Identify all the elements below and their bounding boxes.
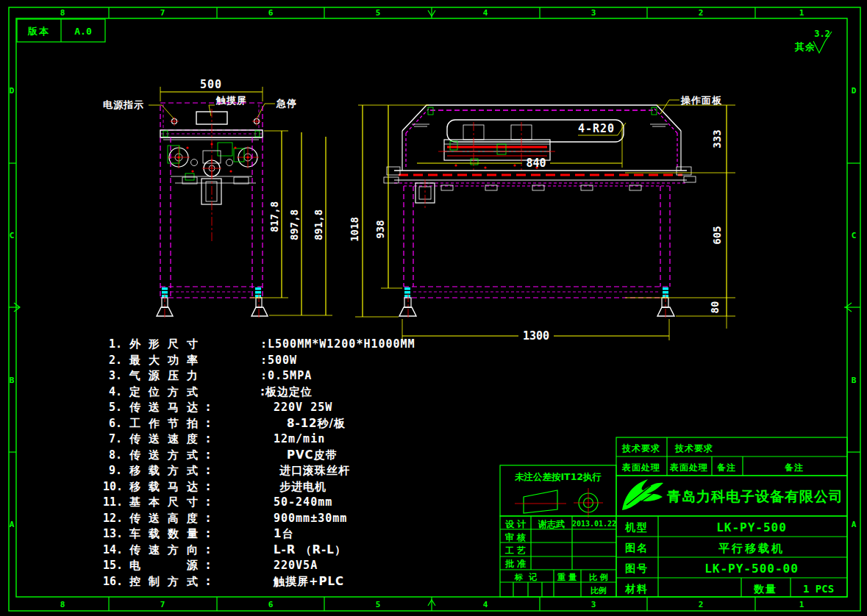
zone-left: C <box>10 231 15 240</box>
check-label: 审 核 <box>504 532 526 542</box>
dim-top: 333 <box>711 129 723 148</box>
zone-right: B <box>852 376 857 385</box>
cad-canvas: 8 7 6 5 4 3 2 1 8 7 6 5 4 3 2 1 D C B A … <box>0 0 867 616</box>
spec-value: 1台 <box>274 527 293 540</box>
zone-bottom: 2 <box>699 600 704 609</box>
spec-num: 14. <box>103 543 123 556</box>
version-box: 版本 A.0 <box>17 19 105 42</box>
spec-value: 步进电机 <box>279 480 327 493</box>
weight-label: 重 量 <box>557 573 577 582</box>
bottom-center-mark <box>428 597 435 611</box>
spec-num: 4. <box>109 385 122 398</box>
version-label: 版本 <box>27 26 50 37</box>
side-top-outline <box>402 105 681 131</box>
spec-label: 气源压力 <box>129 369 206 382</box>
front-view: 500 电源指示 触摸屏 急停 <box>103 78 332 319</box>
side-view: 4-R20 <box>349 95 735 343</box>
design-label: 设 计 <box>504 519 527 529</box>
spec-label: 外形尺寸 <box>129 337 206 351</box>
zone-right: A <box>852 520 857 529</box>
tech-req-label: 技术要求 <box>621 443 660 454</box>
drawing-name-value: 平行移载机 <box>718 542 785 555</box>
remark-value: 备注 <box>784 462 804 473</box>
spec-label: 电 源: <box>129 559 218 572</box>
front-frame <box>160 137 263 298</box>
spec-value: 8-12秒/板 <box>287 417 346 430</box>
company-logo <box>622 479 663 510</box>
zone-left: D <box>10 86 15 96</box>
dim-radius: 4-R20 <box>578 122 615 135</box>
dim-foot: 80 <box>709 301 721 314</box>
zone-bottom: 6 <box>268 600 274 609</box>
zone-right: D <box>852 86 857 96</box>
side-frame <box>404 186 670 298</box>
roughness-label: 其余 <box>794 41 816 52</box>
top-center-mark <box>428 7 435 18</box>
zone-bottom: 7 <box>160 600 165 609</box>
spec-value: L-R （R-L） <box>274 543 346 556</box>
tolerance-note: 未注公差按IT12执行 <box>514 471 602 482</box>
label-power-indicator: 电源指示 <box>103 99 144 110</box>
surface-label: 表面处理 <box>621 462 660 473</box>
spec-label: 基本尺寸: <box>129 495 218 509</box>
zone-top: 6 <box>268 8 274 18</box>
spec-label: 工作节拍: <box>129 417 218 430</box>
title-block: 技术要求 技术要求 表面处理 表面处理 备注 备注 未注公差按IT12执行 青岛… <box>500 437 847 597</box>
side-motor <box>415 179 435 209</box>
tech-req-value: 技术要求 <box>674 443 713 454</box>
material-label: 材料 <box>624 583 649 595</box>
spec-label: 最大功率 <box>129 354 206 367</box>
spec-label: 传送高度: <box>129 512 218 525</box>
zone-top: 2 <box>699 8 704 18</box>
dim-height-frame: 938 <box>374 220 386 238</box>
spec-value: 进口滚珠丝杆 <box>279 464 350 477</box>
spec-num: 3. <box>109 369 122 382</box>
side-left-dims: 1018 938 <box>349 105 429 317</box>
spec-value: 触摸屏+PLC <box>273 575 344 588</box>
spec-label: 传速方向: <box>129 543 218 556</box>
qty-label: 数量 <box>753 583 777 595</box>
spec-value: :L500MM*W1200*H1000MM <box>260 337 415 351</box>
side-feet <box>399 293 674 319</box>
spec-num: 6. <box>109 417 122 430</box>
spec-num: 15. <box>103 559 123 572</box>
dim-width-1300: 1300 <box>523 329 549 343</box>
zone-top: 8 <box>60 8 65 18</box>
drawing-no-label: 图号 <box>625 562 649 574</box>
scale-label: 比 例 <box>589 573 608 582</box>
power-indicator-lamp <box>170 117 179 126</box>
zone-bottom: 8 <box>60 600 65 609</box>
spec-value: :板边定位 <box>260 385 313 398</box>
model-label: 机型 <box>624 521 649 533</box>
spec-num: 2. <box>109 354 122 367</box>
dim-mid: 605 <box>711 226 723 244</box>
dim-height-total: 1018 <box>349 217 360 242</box>
dim-front-width: 500 <box>200 78 222 91</box>
spec-label: 传送方式: <box>129 448 218 462</box>
dim-1300-group: 1300 <box>402 319 669 343</box>
zone-bottom: 4 <box>483 600 488 609</box>
spec-num: 1. <box>109 337 122 351</box>
spec-value: 12m/min <box>274 432 325 445</box>
spec-label: 传送马达: <box>129 401 218 414</box>
front-table-band <box>160 130 263 137</box>
spec-label: 控制方式: <box>129 575 218 588</box>
zone-left: B <box>10 376 15 385</box>
label-estop: 急停 <box>276 98 297 109</box>
spec-value: 220V 25W <box>274 401 332 414</box>
spec-num: 9. <box>109 464 122 477</box>
spec-label: 车载数量: <box>129 527 218 540</box>
dim-front-h1: 817,8 <box>268 201 280 232</box>
scale-value: 比例 <box>591 586 607 595</box>
spec-label: 定位方式 <box>129 385 206 398</box>
dim-front-h3: 891,8 <box>313 209 324 240</box>
spec-value: 900mm±30mm <box>274 512 347 525</box>
dim-inner-width: 840 <box>526 157 546 170</box>
zone-bottom: 3 <box>591 600 596 609</box>
spec-value: :0.5MPA <box>260 369 312 382</box>
projection-symbol <box>515 488 603 517</box>
zone-top: 3 <box>591 8 596 18</box>
zone-top: 4 <box>483 8 488 18</box>
spec-list: 1.外形尺寸:L500MM*W1200*H1000MM 2.最大功率:500W … <box>103 337 415 588</box>
spec-label: 移载马达: <box>129 480 218 493</box>
